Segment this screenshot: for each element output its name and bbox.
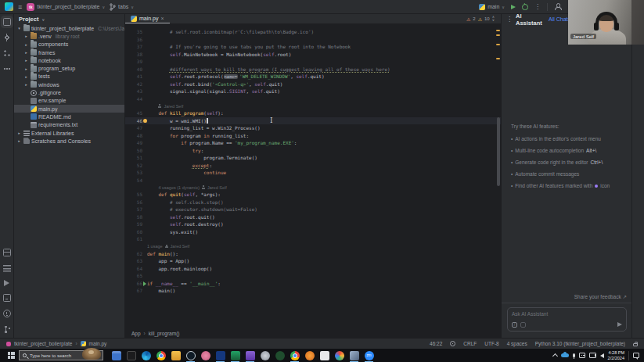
- taskbar-app-terminal[interactable]: [126, 350, 136, 360]
- line-number[interactable]: 56: [125, 199, 142, 205]
- code-text[interactable]: # executor.shutdown(wait=False): [147, 206, 257, 212]
- code-text[interactable]: # self.clock.stop(): [147, 199, 224, 205]
- chevron-collapsed-icon[interactable]: ▸: [23, 82, 29, 87]
- taskbar-app-white-app[interactable]: [319, 350, 329, 360]
- taskbar-search[interactable]: Type here to search: [19, 350, 103, 360]
- code-text[interactable]: signal.signal(signal.SIGINT, self.quit): [147, 88, 280, 94]
- gear-icon[interactable]: [450, 341, 455, 346]
- code-line-42[interactable]: 42 self.root.bind('<Control-q>', self.qu…: [125, 81, 501, 88]
- chevron-tray-icon[interactable]: [552, 353, 558, 359]
- run-config-selector[interactable]: main ∨: [479, 4, 505, 10]
- code-text[interactable]: sys.exit(): [147, 229, 198, 235]
- usages-hint[interactable]: 1 usage: [147, 244, 163, 249]
- breadcrumb-method[interactable]: kill_program(): [149, 331, 180, 336]
- search-highlight-image[interactable]: [82, 348, 101, 360]
- code-vision-hint[interactable]: 4 usages (1 dynamic)Jared Self: [125, 184, 501, 191]
- tree-item-main-py[interactable]: main.py: [14, 105, 124, 113]
- line-number[interactable]: 36: [125, 37, 142, 42]
- cloud-tray-icon[interactable]: [561, 353, 569, 357]
- code-line-52[interactable]: 52 except:: [125, 162, 501, 170]
- code-text[interactable]: # If you're going to use tabs you put th…: [147, 44, 351, 49]
- notification-center-icon[interactable]: [633, 353, 639, 358]
- vcs-branch-widget[interactable]: tabs ∨: [110, 3, 134, 11]
- taskbar-app-calculator[interactable]: [111, 350, 121, 360]
- code-line-39[interactable]: 39: [125, 58, 501, 66]
- all-chats-link[interactable]: All Chats: [549, 16, 570, 22]
- code-line-47[interactable]: 47 running_list = w.Win32_Process(): [125, 124, 501, 132]
- taskbar-app-orange-app[interactable]: [304, 350, 315, 360]
- code-line-67[interactable]: 67 main(): [125, 287, 501, 295]
- taskbar-app-chrome-2[interactable]: [290, 350, 300, 360]
- project-panel-title[interactable]: Project: [19, 16, 38, 23]
- project-tool-icon[interactable]: [3, 18, 11, 26]
- line-number[interactable]: 50: [125, 148, 142, 153]
- line-number[interactable]: 38: [125, 52, 142, 57]
- intention-bulb-icon[interactable]: [143, 119, 147, 124]
- taskbar-app-chrome[interactable]: [156, 350, 166, 360]
- code-line-35[interactable]: 35 # self.root.iconbitmap(r'C:\filepath\…: [125, 28, 501, 36]
- line-number[interactable]: 67: [125, 288, 142, 293]
- line-number[interactable]: 53: [125, 170, 142, 175]
- taskbar-clock[interactable]: 4:28 PM 2/2/2024: [608, 350, 624, 360]
- chevron-collapsed-icon[interactable]: ▸: [23, 58, 29, 63]
- usages-hint[interactable]: 4 usages (1 dynamic): [158, 185, 200, 190]
- line-number[interactable]: 51: [125, 155, 142, 160]
- tree-item-windows[interactable]: ▸windows: [14, 81, 124, 88]
- code-line-61[interactable]: 61: [125, 235, 501, 243]
- line-number[interactable]: 66: [125, 281, 142, 286]
- code-text[interactable]: if program.Name == 'my_program_name.EXE'…: [147, 140, 297, 145]
- code-line-44[interactable]: 44: [125, 95, 501, 103]
- breadcrumb-class[interactable]: App: [131, 331, 141, 336]
- more-actions-icon[interactable]: ⋮: [534, 3, 541, 10]
- line-number[interactable]: 49: [125, 140, 142, 145]
- line-number[interactable]: 48: [125, 133, 142, 138]
- commit-tool-icon[interactable]: [3, 34, 11, 41]
- code-text[interactable]: for program in running_list:: [147, 133, 249, 138]
- terminal-tool-icon[interactable]: [3, 294, 11, 302]
- line-number[interactable]: 62: [125, 251, 142, 256]
- code-text[interactable]: def main():: [147, 251, 178, 256]
- line-number[interactable]: 61: [125, 236, 142, 242]
- code-line-64[interactable]: 64 app.root.mainloop(): [125, 265, 501, 273]
- code-text[interactable]: except:: [147, 163, 212, 168]
- python-interpreter[interactable]: Python 3.10 (tkinter_project_boilerplate…: [535, 341, 625, 346]
- tab-main-py[interactable]: main.py ×: [125, 14, 170, 23]
- line-number[interactable]: 60: [125, 229, 142, 235]
- code-line-58[interactable]: 58 self.root.quit(): [125, 213, 501, 221]
- main-menu-icon[interactable]: ≡: [18, 3, 22, 11]
- line-number[interactable]: 40: [125, 66, 142, 72]
- code-line-55[interactable]: 55 def quit(self, *args):: [125, 191, 501, 199]
- code-line-66[interactable]: 66if __name__ == '__main__':: [125, 280, 501, 288]
- chevron-collapsed-icon[interactable]: ▸: [23, 42, 29, 47]
- tree-item-scratches-and-consoles[interactable]: ▸Scratches and Consoles: [14, 137, 124, 145]
- tree-item--gitignore[interactable]: .gitignore: [14, 88, 124, 96]
- start-button[interactable]: [3, 349, 19, 362]
- taskbar-app-cube-app[interactable]: [349, 350, 359, 360]
- packages-tool-icon[interactable]: [3, 249, 11, 256]
- code-line-40[interactable]: 40 #different ways to kill the program (…: [125, 66, 501, 73]
- structure-tool-icon[interactable]: [3, 49, 11, 57]
- run-button[interactable]: [511, 5, 516, 9]
- tree-item-tests[interactable]: ▸tests: [14, 73, 124, 81]
- close-tab-icon[interactable]: ×: [161, 16, 164, 21]
- taskbar-app-purple-app[interactable]: [245, 350, 255, 360]
- code-line-56[interactable]: 56 # self.clock.stop(): [125, 199, 501, 206]
- code-text[interactable]: def kill_program(self):: [147, 110, 224, 116]
- tree-item-components[interactable]: ▸components: [14, 41, 124, 48]
- next-problem-icon[interactable]: ∨: [492, 19, 495, 22]
- code-with-me-icon[interactable]: [554, 3, 561, 10]
- chevron-expanded-icon[interactable]: ▾: [16, 26, 22, 30]
- taskbar-app-blue-f-app[interactable]: [215, 350, 225, 360]
- project-widget[interactable]: tk tkinter_project_boilerplate ∨: [27, 3, 105, 11]
- code-line-49[interactable]: 49 if program.Name == 'my_program_name.E…: [125, 139, 501, 147]
- more-tool-icon[interactable]: [3, 65, 11, 73]
- inspections-widget[interactable]: ⚠ 2 ⚠ 10 ∧∨: [466, 16, 501, 22]
- line-number[interactable]: 37: [125, 44, 142, 49]
- chevron-down-icon[interactable]: ∨: [41, 17, 45, 22]
- mic-tray-icon[interactable]: [573, 353, 575, 358]
- taskbar-app-photos-app[interactable]: [334, 350, 344, 360]
- taskbar-app-edge[interactable]: [141, 350, 151, 360]
- chevron-collapsed-icon[interactable]: ▸: [23, 66, 29, 71]
- ai-chat-input[interactable]: [508, 308, 626, 331]
- editor-scrollbar[interactable]: [495, 25, 501, 327]
